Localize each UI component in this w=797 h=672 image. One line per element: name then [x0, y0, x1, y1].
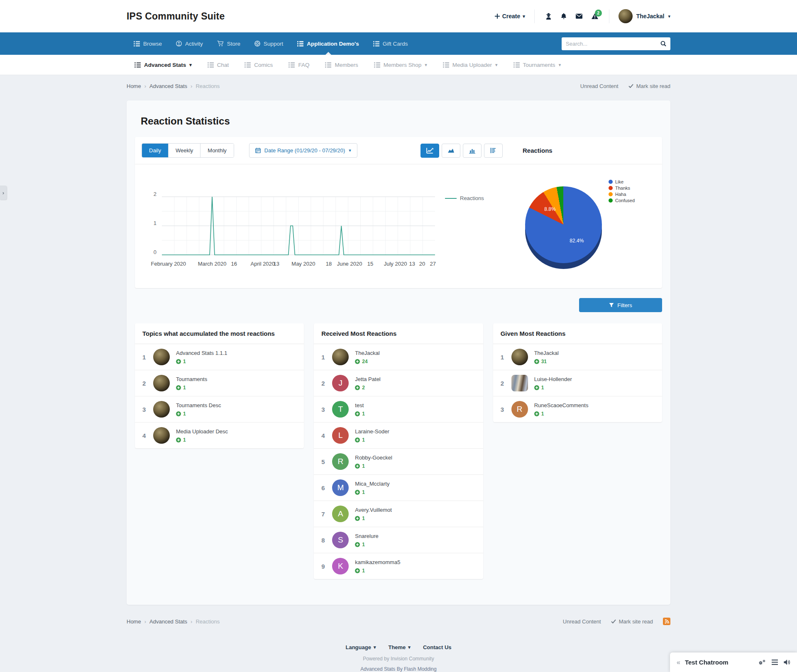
user-link[interactable]: Media Uploader Desc: [176, 428, 228, 435]
speaker-icon[interactable]: [784, 660, 790, 665]
filters-button[interactable]: Filters: [579, 298, 662, 312]
chevron-separator: ›: [144, 618, 146, 625]
user-link[interactable]: Robby-Goeckel: [355, 455, 392, 461]
user-link[interactable]: TheJackal: [355, 350, 379, 356]
avatar[interactable]: R: [511, 401, 528, 418]
bell-icon[interactable]: [561, 13, 567, 20]
area-chart-icon[interactable]: [442, 144, 460, 158]
subnav-item-advanced-stats[interactable]: Advanced Stats▾: [127, 55, 200, 75]
plus-circle-icon: [355, 516, 360, 521]
avatar[interactable]: [153, 375, 170, 391]
avatar[interactable]: [153, 401, 170, 418]
user-link[interactable]: Tournaments: [176, 376, 207, 382]
gears-icon[interactable]: [758, 659, 766, 666]
avatar[interactable]: [153, 349, 170, 365]
subnav-item-tournaments[interactable]: Tournaments▾: [506, 55, 569, 75]
unread-content-link[interactable]: Unread Content: [563, 618, 601, 625]
user-link[interactable]: TheJackal: [534, 350, 559, 356]
user-link[interactable]: Luise-Hollender: [534, 376, 572, 382]
nav-item-store[interactable]: Store: [210, 32, 247, 55]
list-icon: [208, 62, 214, 68]
avatar[interactable]: T: [332, 401, 349, 418]
menu-icon[interactable]: [772, 660, 778, 665]
unread-content-link[interactable]: Unread Content: [580, 83, 619, 89]
mark-site-read-link[interactable]: Mark site read: [611, 618, 653, 625]
line-chart-icon[interactable]: [421, 144, 439, 158]
credit-link[interactable]: Advanced Stats By Flash Modding: [127, 666, 670, 672]
avatar[interactable]: M: [332, 479, 349, 496]
subnav-item-members-shop[interactable]: Members Shop▾: [366, 55, 435, 75]
avatar[interactable]: L: [332, 427, 349, 444]
breadcrumb-advanced-stats[interactable]: Advanced Stats: [149, 618, 187, 625]
avatar[interactable]: [153, 427, 170, 444]
subnav-item-comics[interactable]: Comics: [237, 55, 281, 75]
user-link[interactable]: kamikazemomma5: [355, 559, 400, 565]
line-chart: [162, 193, 435, 259]
avatar[interactable]: A: [332, 506, 349, 522]
list-icon: [134, 41, 140, 46]
user-link[interactable]: Tournaments Desc: [176, 402, 221, 408]
nav-item-gift-cards[interactable]: Gift Cards: [366, 32, 415, 55]
period-monthly-button[interactable]: Monthly: [200, 144, 234, 157]
sidebar-expand-tab[interactable]: ›: [0, 186, 7, 200]
breadcrumb-advanced-stats[interactable]: Advanced Stats: [149, 83, 187, 89]
footer-link-contact-us[interactable]: Contact Us: [423, 644, 452, 650]
rss-icon[interactable]: [663, 618, 670, 625]
avatar[interactable]: K: [332, 558, 349, 574]
nav-item-browse[interactable]: Browse: [127, 32, 169, 55]
user-menu[interactable]: TheJackal ▾: [619, 9, 670, 23]
avatar[interactable]: [511, 349, 528, 365]
user-link[interactable]: Mica_Mcclarty: [355, 481, 389, 487]
avatar[interactable]: S: [332, 532, 349, 548]
user-link[interactable]: Laraine-Soder: [355, 428, 389, 435]
panel-title: Received Most Reactions: [314, 323, 483, 344]
list-item: 2JJetta Patel2: [314, 370, 483, 396]
mark-site-read-link[interactable]: Mark site read: [628, 83, 670, 89]
user-secret-icon[interactable]: [545, 13, 552, 20]
powered-by-link[interactable]: Powered by Invision Community: [127, 656, 670, 662]
footer-link-theme[interactable]: Theme▾: [388, 644, 410, 650]
avatar[interactable]: J: [332, 375, 349, 391]
search-input[interactable]: [566, 41, 660, 47]
chat-dock[interactable]: « Test Chatroom: [670, 652, 797, 672]
subnav-item-members[interactable]: Members: [317, 55, 366, 75]
date-range-button[interactable]: Date Range (01/29/20 - 07/29/20) ▾: [249, 143, 357, 158]
user-link[interactable]: test: [355, 402, 365, 408]
nav-item-application-demo-s[interactable]: Application Demo's: [290, 32, 366, 55]
nav-item-activity[interactable]: Activity: [169, 32, 210, 55]
user-link[interactable]: Snarelure: [355, 533, 378, 539]
breadcrumb-home[interactable]: Home: [127, 83, 141, 89]
breadcrumb-reactions: Reactions: [196, 618, 220, 625]
nav-item-label: Activity: [185, 41, 203, 47]
user-link[interactable]: RuneScaoeComments: [534, 402, 589, 408]
row-info: Luise-Hollender1: [534, 376, 572, 391]
period-weekly-button[interactable]: Weekly: [169, 144, 200, 157]
period-daily-button[interactable]: Daily: [142, 144, 169, 157]
avatar[interactable]: R: [332, 453, 349, 470]
create-button[interactable]: Create ▾: [495, 13, 525, 20]
secondary-nav: Advanced Stats▾ChatComicsFAQMembersMembe…: [0, 55, 797, 75]
subnav-item-media-uploader[interactable]: Media Uploader▾: [435, 55, 506, 75]
footer-link-language[interactable]: Language▾: [346, 644, 376, 650]
avatar[interactable]: [332, 349, 349, 365]
subnav-item-chat[interactable]: Chat: [200, 55, 237, 75]
breadcrumb-home[interactable]: Home: [127, 618, 141, 625]
user-link[interactable]: Advanced Stats 1.1.1: [176, 350, 227, 356]
breadcrumb: Home›Advanced Stats›Reactions: [127, 618, 220, 625]
user-link[interactable]: Avery.Vuillemot: [355, 507, 392, 513]
collapse-chevrons-icon[interactable]: «: [677, 659, 680, 666]
warning-icon[interactable]: 2: [592, 13, 598, 19]
search-icon[interactable]: [660, 41, 666, 46]
text-chart-icon[interactable]: [484, 144, 503, 158]
envelope-icon[interactable]: [576, 14, 582, 19]
pie-legend-item: Like: [609, 179, 635, 184]
subnav-item-faq[interactable]: FAQ: [281, 55, 317, 75]
plus-circle-icon: [355, 385, 360, 390]
row-info: TheJackal31: [534, 350, 559, 364]
nav-item-support[interactable]: Support: [247, 32, 290, 55]
avatar[interactable]: [511, 375, 528, 391]
user-link[interactable]: Jetta Patel: [355, 376, 380, 382]
x-tick-label: July 2020: [384, 261, 407, 267]
row-info: Jetta Patel2: [355, 376, 380, 391]
bar-chart-icon[interactable]: [463, 144, 482, 158]
